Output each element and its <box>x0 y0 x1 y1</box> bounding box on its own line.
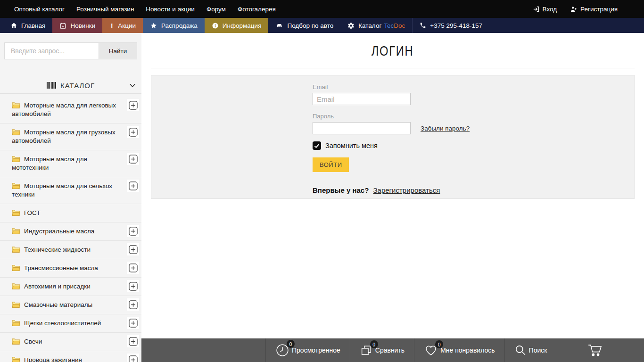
top-bar: Оптовый каталог Розничный магазин Новост… <box>0 0 644 18</box>
exclamation-icon: ! <box>109 22 114 30</box>
nav-tecdoc-catalog[interactable]: Каталог TecDoc <box>340 18 412 33</box>
chevron-down-icon[interactable] <box>129 82 136 88</box>
folder-icon <box>12 228 20 234</box>
compare-button[interactable]: 0 Сравнить <box>350 338 414 362</box>
top-link-news[interactable]: Новости и акции <box>146 6 195 13</box>
top-auth: Вход Регистрация <box>533 6 618 13</box>
category-row[interactable]: Трансмиссионные масла <box>0 259 141 278</box>
expand-plus-icon[interactable] <box>127 335 139 347</box>
remember-checkbox[interactable] <box>313 141 321 150</box>
category-list: Моторные масла для легковых автомобилей … <box>0 97 141 362</box>
cart-icon[interactable] <box>586 343 603 358</box>
info-icon <box>212 22 219 29</box>
search-bottom-button[interactable]: Поиск <box>504 338 557 362</box>
expand-plus-icon[interactable] <box>127 99 139 111</box>
page-title: ЛОГИН <box>141 43 644 59</box>
nav-information[interactable]: Информация <box>205 18 269 33</box>
expand-plus-icon[interactable] <box>127 180 139 192</box>
main-content: ЛОГИН Email Пароль Забыли пароль? Запомн… <box>141 33 644 362</box>
folder-icon <box>12 182 20 189</box>
category-row[interactable]: Смазочные материалы <box>0 296 141 314</box>
folder-icon <box>12 129 20 135</box>
category-row[interactable]: Свечи <box>0 333 141 351</box>
category-label: ГОСТ <box>24 209 41 216</box>
folder-icon <box>12 209 20 216</box>
folder-icon <box>12 264 20 271</box>
category-label: Смазочные материалы <box>24 301 92 308</box>
viewed-count-badge: 0 <box>287 340 295 348</box>
category-row[interactable]: Моторные масла для грузовых автомобилей <box>0 123 141 150</box>
category-row[interactable]: Автохимия и присадки <box>0 278 141 296</box>
category-row[interactable]: Моторные масла для легковых автомобилей <box>0 97 141 123</box>
search-icon <box>514 344 527 356</box>
register-link[interactable]: Регистрация <box>570 6 618 13</box>
calendar-plus-icon <box>59 22 66 29</box>
barcode-icon <box>47 82 56 89</box>
expand-plus-icon[interactable] <box>127 126 139 138</box>
category-row[interactable]: ГОСТ <box>0 204 141 222</box>
expand-plus-icon[interactable] <box>127 280 139 292</box>
favorites-button[interactable]: 0 Мне понравилось <box>414 338 504 362</box>
category-label: Провода зажигания <box>24 356 82 362</box>
heart-icon: 0 <box>424 344 438 357</box>
bottom-bar-items: 0 Просмотренное 0 Сравнить <box>265 338 556 362</box>
catalog-sidebar: Найти КАТАЛОГ <box>0 33 141 362</box>
nav-car-select[interactable]: Подбор по авто <box>268 18 340 33</box>
expand-plus-icon[interactable] <box>127 243 139 255</box>
category-row[interactable]: Щетки стеклоочистителей <box>0 314 141 333</box>
expand-plus-icon[interactable] <box>127 317 139 329</box>
folder-icon <box>12 102 20 108</box>
email-field[interactable] <box>313 93 411 105</box>
car-icon <box>275 22 283 29</box>
expand-plus-icon[interactable] <box>127 262 139 274</box>
forgot-password-link[interactable]: Забыли пароль? <box>421 125 470 132</box>
top-link-retail[interactable]: Розничный магазин <box>76 6 134 13</box>
folder-icon <box>12 356 20 362</box>
folder-icon <box>12 338 20 345</box>
password-field[interactable] <box>313 122 411 134</box>
user-plus-icon <box>570 6 578 13</box>
nav-home[interactable]: Главная <box>0 18 52 33</box>
category-label: Щетки стеклоочистителей <box>24 320 101 327</box>
catalog-header[interactable]: КАТАЛОГ <box>0 77 141 94</box>
bottom-bar: 0 Просмотренное 0 Сравнить <box>141 338 644 362</box>
login-submit-button[interactable]: ВОЙТИ <box>313 157 349 172</box>
expand-plus-icon[interactable] <box>127 153 139 165</box>
compare-icon: 0 <box>360 344 373 357</box>
register-now-link[interactable]: Зарегистрироваться <box>373 186 440 194</box>
viewed-button[interactable]: 0 Просмотренное <box>265 338 350 362</box>
phone-number: +375 295-418-157 <box>430 22 482 29</box>
category-row[interactable]: Моторные масла для мототехники <box>0 150 141 177</box>
folder-icon <box>12 301 20 308</box>
main-nav: Главная Новинки ! Акции Распродажа Инфор… <box>0 18 644 33</box>
category-label: Технические жидкости <box>24 246 91 253</box>
expand-plus-icon[interactable] <box>127 298 139 311</box>
category-row[interactable]: Технические жидкости <box>0 241 141 259</box>
remember-me-row[interactable]: Запомнить меня <box>313 141 634 150</box>
nav-new-arrivals[interactable]: Новинки <box>52 18 102 33</box>
category-row[interactable]: Моторные масла для сельхоз техники <box>0 177 141 204</box>
category-label: Моторные масла для легковых автомобилей <box>12 102 116 117</box>
register-row: Впервые у нас? Зарегистрироваться <box>313 186 634 194</box>
search-submit-button[interactable]: Найти <box>99 42 137 59</box>
nav-phone[interactable]: +375 295-418-157 <box>412 18 489 33</box>
top-link-gallery[interactable]: Фотогалерея <box>238 6 276 13</box>
login-link[interactable]: Вход <box>533 6 557 13</box>
top-link-wholesale[interactable]: Оптовый каталог <box>14 6 65 13</box>
star-icon <box>150 22 157 29</box>
home-icon <box>10 22 17 29</box>
folder-icon <box>12 283 20 289</box>
category-label: Индустриальные масла <box>24 228 94 235</box>
nav-actions[interactable]: ! Акции <box>102 18 143 33</box>
category-row[interactable]: Провода зажигания <box>0 351 141 362</box>
nav-clearance[interactable]: Распродажа <box>143 18 205 33</box>
search-input[interactable] <box>4 42 99 59</box>
sign-in-icon <box>533 6 540 13</box>
folder-icon <box>12 246 20 253</box>
expand-plus-icon[interactable] <box>127 354 139 362</box>
top-link-forum[interactable]: Форум <box>206 6 226 13</box>
first-time-text: Впервые у нас? <box>313 186 369 194</box>
category-row[interactable]: Индустриальные масла <box>0 222 141 241</box>
remember-label: Запомнить меня <box>325 142 378 149</box>
expand-plus-icon[interactable] <box>127 225 139 237</box>
